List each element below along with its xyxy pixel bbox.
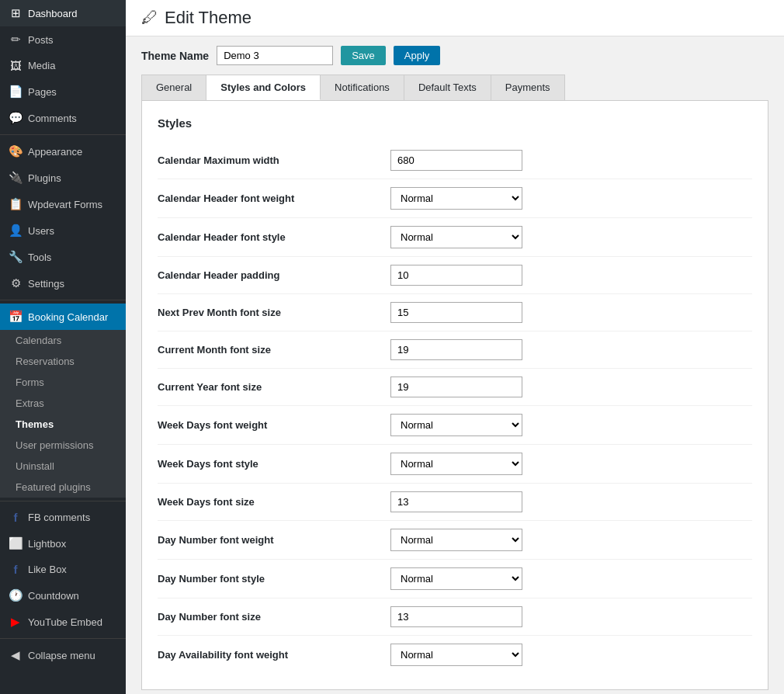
sidebar-divider-4 [0, 638, 126, 639]
tab-general[interactable]: General [141, 75, 206, 100]
sidebar-item-label: Plugins [28, 172, 61, 184]
tab-notifications[interactable]: Notifications [321, 75, 404, 100]
tools-icon: 🔧 [8, 250, 23, 264]
tab-styles-and-colors[interactable]: Styles and Colors [206, 75, 321, 100]
media-icon: 🖼 [8, 59, 23, 72]
theme-name-row: Theme Name Save Apply [126, 36, 784, 75]
sidebar-item-like-box[interactable]: f Like Box [0, 557, 126, 582]
sidebar-item-users[interactable]: 👤 Users [0, 217, 126, 244]
sidebar-item-wpdevart-forms[interactable]: 📋 Wpdevart Forms [0, 191, 126, 217]
field-label-current-year-font-size: Current Year font size [158, 381, 390, 393]
submenu-forms[interactable]: Forms [0, 372, 126, 393]
field-select-day-number-font-style[interactable]: NormalItalicOblique [390, 567, 522, 590]
wpdevart-forms-icon: 📋 [8, 197, 23, 211]
field-select-day-availability-font-weight[interactable]: NormalBoldLighterBolder [390, 644, 522, 666]
field-label-week-days-font-size: Week Days font size [158, 496, 390, 508]
field-select-day-number-font-weight[interactable]: NormalBoldLighterBolder [390, 529, 522, 551]
sidebar-item-label: Appearance [28, 146, 82, 158]
sidebar-item-label: Settings [28, 278, 64, 290]
field-row-day-number-font-style: Day Number font styleNormalItalicOblique [158, 560, 752, 599]
sidebar-collapse-menu[interactable]: ◀ Collapse menu [0, 642, 126, 668]
submenu-extras[interactable]: Extras [0, 393, 126, 414]
submenu-featured-plugins[interactable]: Featured plugins [0, 477, 126, 498]
sidebar-item-label: Pages [28, 86, 57, 98]
field-select-calendar-header-font-weight[interactable]: NormalBoldLighterBolder [390, 187, 522, 210]
field-input-current-month-font-size[interactable] [390, 339, 522, 360]
sidebar-item-tools[interactable]: 🔧 Tools [0, 244, 126, 270]
sidebar-item-countdown[interactable]: 🕐 Countdown [0, 582, 126, 609]
field-label-calendar-max-width: Calendar Maximum width [158, 154, 390, 166]
sidebar-divider-3 [0, 501, 126, 501]
posts-icon: ✏ [8, 33, 23, 47]
sidebar-item-pages[interactable]: 📄 Pages [0, 78, 126, 105]
save-button[interactable]: Save [341, 46, 386, 65]
sidebar-main-menu: ⊞ Dashboard ✏ Posts 🖼 Media 📄 Pages 💬 Co… [0, 0, 126, 668]
sidebar-item-appearance[interactable]: 🎨 Appearance [0, 138, 126, 165]
tabs: General Styles and Colors Notifications … [126, 75, 784, 100]
field-input-week-days-font-size[interactable] [390, 491, 522, 512]
lightbox-icon: ⬜ [8, 536, 23, 550]
field-label-calendar-header-font-weight: Calendar Header font weight [158, 193, 390, 204]
field-row-current-year-font-size: Current Year font size [158, 369, 752, 406]
like-box-icon: f [8, 563, 23, 576]
sidebar-item-label: Like Box [28, 564, 67, 575]
sidebar-item-label: Users [28, 225, 54, 237]
collapse-menu-label: Collapse menu [28, 650, 95, 661]
sidebar-item-booking-calendar[interactable]: 📅 Booking Calendar [0, 304, 126, 330]
field-label-week-days-font-weight: Week Days font weight [158, 419, 390, 431]
submenu-themes[interactable]: Themes [0, 414, 126, 435]
field-row-calendar-header-font-style: Calendar Header font styleNormalItalicOb… [158, 218, 752, 257]
sidebar-item-plugins[interactable]: 🔌 Plugins [0, 165, 126, 191]
field-label-day-number-font-size: Day Number font size [158, 611, 390, 623]
sidebar-item-dashboard[interactable]: ⊞ Dashboard [0, 0, 126, 26]
plugins-icon: 🔌 [8, 171, 23, 185]
field-row-calendar-header-font-weight: Calendar Header font weightNormalBoldLig… [158, 179, 752, 218]
sidebar-item-youtube-embed[interactable]: ▶ YouTube Embed [0, 609, 126, 635]
appearance-icon: 🎨 [8, 144, 23, 158]
sidebar-item-label: YouTube Embed [28, 616, 102, 628]
apply-button[interactable]: Apply [394, 46, 441, 65]
theme-name-input[interactable] [217, 46, 333, 65]
field-input-next-prev-month-font-size[interactable] [390, 302, 522, 323]
sidebar-item-label: Comments [28, 113, 77, 124]
sidebar-item-label: Lightbox [28, 538, 66, 550]
sidebar-item-label: Posts [28, 34, 54, 46]
field-input-day-number-font-size[interactable] [390, 606, 522, 627]
sidebar-item-comments[interactable]: 💬 Comments [0, 105, 126, 131]
comments-icon: 💬 [8, 111, 23, 125]
field-row-day-number-font-weight: Day Number font weightNormalBoldLighterB… [158, 521, 752, 560]
field-label-day-number-font-style: Day Number font style [158, 573, 390, 585]
fb-comments-icon: f [8, 511, 23, 524]
field-select-calendar-header-font-style[interactable]: NormalItalicOblique [390, 226, 522, 248]
sidebar-item-media[interactable]: 🖼 Media [0, 53, 126, 78]
tab-payments[interactable]: Payments [491, 75, 565, 100]
sidebar-item-settings[interactable]: ⚙ Settings [0, 270, 126, 297]
field-select-week-days-font-weight[interactable]: NormalBoldLighterBolder [390, 414, 522, 436]
field-row-week-days-font-size: Week Days font size [158, 484, 752, 521]
sidebar-divider [0, 134, 126, 135]
submenu-reservations[interactable]: Reservations [0, 351, 126, 372]
booking-calendar-icon: 📅 [8, 310, 23, 324]
field-label-calendar-header-font-style: Calendar Header font style [158, 231, 390, 243]
tab-default-texts[interactable]: Default Texts [404, 75, 491, 100]
sidebar-item-lightbox[interactable]: ⬜ Lightbox [0, 530, 126, 557]
field-input-calendar-max-width[interactable] [390, 150, 522, 171]
field-row-calendar-header-padding: Calendar Header padding [158, 257, 752, 294]
sidebar-item-fb-comments[interactable]: f FB comments [0, 505, 126, 530]
field-input-calendar-header-padding[interactable] [390, 265, 522, 286]
sidebar-item-label: Dashboard [28, 8, 78, 19]
sidebar: ⊞ Dashboard ✏ Posts 🖼 Media 📄 Pages 💬 Co… [0, 0, 126, 694]
field-input-current-year-font-size[interactable] [390, 376, 522, 397]
youtube-embed-icon: ▶ [8, 615, 23, 629]
field-select-week-days-font-style[interactable]: NormalItalicOblique [390, 453, 522, 475]
collapse-icon: ◀ [8, 648, 23, 662]
page-header: 🖊 Edit Theme [126, 0, 784, 36]
submenu-user-permissions[interactable]: User permissions [0, 435, 126, 456]
submenu-uninstall[interactable]: Uninstall [0, 456, 126, 477]
users-icon: 👤 [8, 224, 23, 238]
sidebar-item-label: Media [28, 60, 55, 71]
theme-name-label: Theme Name [141, 50, 209, 62]
sidebar-item-posts[interactable]: ✏ Posts [0, 26, 126, 53]
submenu-calendars[interactable]: Calendars [0, 330, 126, 351]
field-label-current-month-font-size: Current Month font size [158, 344, 390, 356]
